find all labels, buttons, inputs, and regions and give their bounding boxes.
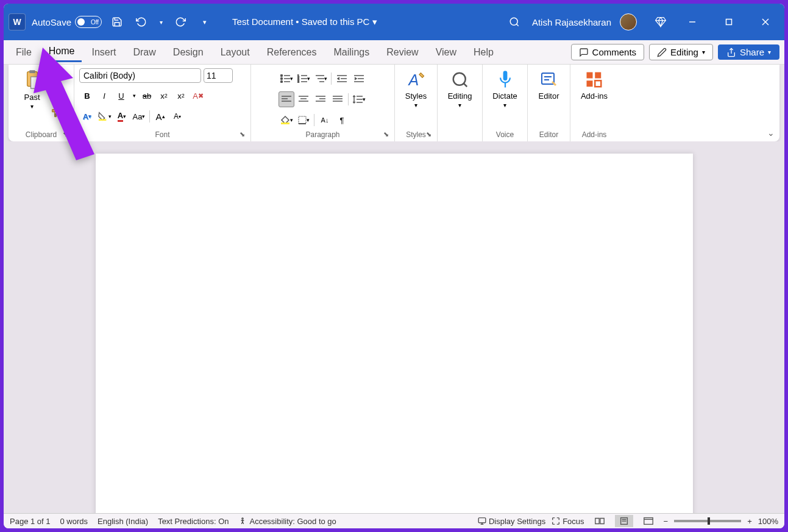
grow-font-button[interactable]: A▴ <box>152 108 168 124</box>
focus-icon <box>552 517 560 525</box>
editing-button[interactable]: Editing▾ <box>444 68 476 110</box>
collapse-ribbon-icon[interactable]: ⌄ <box>767 128 775 138</box>
tab-mailings[interactable]: Mailings <box>327 43 377 62</box>
svg-point-67 <box>242 518 243 519</box>
bold-button[interactable]: B <box>79 88 95 104</box>
svg-rect-15 <box>99 119 106 121</box>
underline-button[interactable]: U <box>113 88 129 104</box>
italic-button[interactable]: I <box>96 88 112 104</box>
shrink-font-button[interactable]: A▾ <box>169 108 185 124</box>
font-color-button[interactable]: A▾ <box>114 108 130 124</box>
display-settings[interactable]: Display Settings <box>478 517 545 526</box>
svg-rect-66 <box>595 80 601 87</box>
diamond-icon[interactable] <box>651 13 670 31</box>
borders-button[interactable]: ▾ <box>296 112 311 128</box>
maximize-button[interactable] <box>715 10 743 34</box>
paste-button[interactable]: Past ▾ <box>20 68 45 111</box>
svg-point-11 <box>57 77 59 80</box>
font-name-input[interactable] <box>79 68 201 83</box>
styles-button[interactable]: A Styles▾ <box>402 68 430 110</box>
document-title[interactable]: Test Document • Saved to this PC ▾ <box>232 16 377 27</box>
group-clipboard: Past ▾ Clipboard ⬊ <box>9 65 74 141</box>
comments-button[interactable]: Comments <box>571 44 645 60</box>
dialog-launcher-icon[interactable]: ⬊ <box>63 130 71 139</box>
clear-format-icon[interactable]: A✖ <box>190 88 206 104</box>
tab-design[interactable]: Design <box>166 43 211 62</box>
bullets-button[interactable]: ▾ <box>279 71 294 87</box>
dictate-button[interactable]: Dictate▾ <box>489 68 520 110</box>
line-spacing-button[interactable]: ▾ <box>351 91 367 107</box>
user-name[interactable]: Atish Rajasekharan <box>532 17 611 27</box>
shading-button[interactable]: ▾ <box>279 112 294 128</box>
change-case-button[interactable]: Aa▾ <box>131 108 147 124</box>
highlight-button[interactable]: ▾ <box>96 108 113 124</box>
read-mode-button[interactable] <box>591 515 609 527</box>
word-count[interactable]: 0 words <box>60 517 88 526</box>
document-area[interactable] <box>4 141 784 513</box>
align-center-button[interactable] <box>296 91 311 107</box>
dialog-launcher-icon[interactable]: ⬊ <box>383 130 392 139</box>
addins-button[interactable]: Add-ins <box>577 68 611 102</box>
undo-dropdown-icon[interactable]: ▾ <box>157 13 165 31</box>
superscript-button[interactable]: x2 <box>173 88 189 104</box>
font-size-input[interactable] <box>204 68 233 83</box>
tab-layout[interactable]: Layout <box>213 43 257 62</box>
language-indicator[interactable]: English (India) <box>98 517 148 526</box>
cut-icon[interactable] <box>48 68 63 84</box>
sort-button[interactable]: A↓ <box>317 112 333 128</box>
tab-view[interactable]: View <box>428 43 464 62</box>
accessibility-status[interactable]: Accessibility: Good to go <box>238 517 336 526</box>
dialog-launcher-icon[interactable]: ⬊ <box>426 130 435 139</box>
subscript-button[interactable]: x2 <box>156 88 172 104</box>
zoom-in-button[interactable]: + <box>747 517 752 526</box>
tab-help[interactable]: Help <box>466 43 501 62</box>
group-label: Styles <box>406 130 426 140</box>
format-painter-icon[interactable] <box>48 105 63 121</box>
copy-icon[interactable] <box>48 87 63 102</box>
close-button[interactable] <box>751 10 779 34</box>
show-marks-button[interactable]: ¶ <box>334 112 350 128</box>
user-avatar[interactable] <box>620 13 637 30</box>
editing-mode-button[interactable]: Editing▾ <box>649 44 713 60</box>
minimize-button[interactable] <box>678 10 706 34</box>
share-button[interactable]: Share▾ <box>718 44 779 60</box>
svg-rect-52 <box>281 122 289 124</box>
document-page[interactable] <box>96 154 693 513</box>
dialog-launcher-icon[interactable]: ⬊ <box>240 130 248 139</box>
tab-draw[interactable]: Draw <box>126 43 163 62</box>
redo-icon[interactable] <box>171 13 190 31</box>
tab-review[interactable]: Review <box>379 43 425 62</box>
tab-home[interactable]: Home <box>41 42 82 62</box>
underline-dropdown[interactable]: ▾ <box>130 88 138 104</box>
multilevel-list-button[interactable]: ▾ <box>313 71 328 87</box>
tab-insert[interactable]: Insert <box>84 43 123 62</box>
zoom-out-button[interactable]: − <box>664 517 669 526</box>
editor-button[interactable]: Editor <box>535 68 563 102</box>
toggle-switch[interactable]: Off <box>75 16 102 28</box>
increase-indent-button[interactable] <box>351 71 367 87</box>
quickaccess-more-icon[interactable]: ▾ <box>196 13 214 31</box>
text-predictions[interactable]: Text Predictions: On <box>158 517 229 526</box>
decrease-indent-button[interactable] <box>334 71 350 87</box>
undo-icon[interactable] <box>132 13 151 31</box>
justify-button[interactable] <box>330 91 346 107</box>
print-layout-button[interactable] <box>615 515 633 527</box>
text-effects-button[interactable]: A▾ <box>79 108 95 124</box>
zoom-slider[interactable] <box>674 520 741 522</box>
save-icon[interactable] <box>108 13 126 31</box>
svg-rect-14 <box>54 93 60 99</box>
search-icon[interactable] <box>505 13 524 31</box>
autosave-toggle[interactable]: AutoSave Off <box>32 16 102 28</box>
group-paragraph: ▾ 123▾ ▾ ▾ ▾ ▾ <box>251 65 395 141</box>
zoom-level[interactable]: 100% <box>758 517 778 526</box>
align-left-button[interactable] <box>279 91 294 107</box>
tab-references[interactable]: References <box>260 43 324 62</box>
align-right-button[interactable] <box>313 91 328 107</box>
numbering-button[interactable]: 123▾ <box>296 71 311 87</box>
focus-mode[interactable]: Focus <box>552 517 584 526</box>
page-indicator[interactable]: Page 1 of 1 <box>10 517 51 526</box>
svg-line-1 <box>516 24 518 26</box>
tab-file[interactable]: File <box>9 43 39 62</box>
strikethrough-button[interactable]: ab <box>139 88 155 104</box>
web-layout-button[interactable] <box>639 515 658 527</box>
